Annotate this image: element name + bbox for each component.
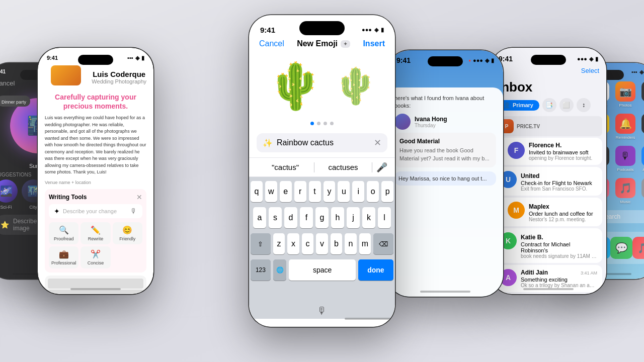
preview-aditi: Ok so a trilogy by Shanan an author, Lon… [521, 283, 597, 288]
key-shift[interactable]: ⇧ [251, 233, 271, 254]
search-clear-btn[interactable]: ✕ [374, 137, 381, 148]
key-h[interactable]: h [331, 207, 344, 228]
app-music[interactable]: 🎵 Music [615, 178, 635, 204]
body-text: Luis was everything we could have hoped … [45, 115, 146, 176]
rewrite-icon: ✏️ [91, 225, 101, 235]
key-v[interactable]: v [316, 233, 328, 254]
key-x[interactable]: x [287, 233, 299, 254]
key-s[interactable]: s [269, 207, 282, 228]
primary-filter-btn[interactable]: 👤 Primary [498, 100, 539, 111]
subject-maplex: Order lunch and coffee for [529, 211, 597, 217]
friendly-icon: 😊 [122, 225, 132, 235]
mail-item-united[interactable]: U United Check-in for Flight to Newark E… [495, 167, 602, 196]
autocomplete-plain[interactable]: cactuses [314, 161, 372, 173]
mail-item-price-tv[interactable]: P PRICE.TV [495, 116, 602, 136]
key-y[interactable]: y [324, 181, 336, 202]
key-u[interactable]: u [338, 181, 350, 202]
key-q[interactable]: q [251, 181, 263, 202]
tool-rewrite[interactable]: ✏️ Rewrite [80, 222, 110, 244]
key-b[interactable]: b [331, 233, 343, 254]
auto-divider-2 [372, 162, 372, 172]
key-n[interactable]: n [345, 233, 357, 254]
key-i[interactable]: i [352, 181, 364, 202]
key-k[interactable]: k [362, 207, 375, 228]
sparkle-icon: ✦ [54, 207, 60, 215]
key-e[interactable]: e [280, 181, 292, 202]
mail-item-florence[interactable]: F Florence H. Invited to brainwave soft … [495, 138, 602, 165]
cancel-emoji-btn[interactable]: Cancel [259, 39, 284, 48]
siri-sender-info: Ivana Hong Thursday [415, 116, 447, 128]
avatar-maplex: M [508, 202, 525, 219]
mail-content-aditi: Aditi Jain 3:41 AM Something exciting Ok… [521, 269, 597, 288]
tool-proofread[interactable]: 🔍 Proofread [49, 222, 78, 244]
app-camera[interactable]: 📸 Camera [641, 81, 644, 108]
key-done[interactable]: done [358, 259, 393, 281]
preview-united: Exit from San Francisco SFO. [521, 186, 597, 192]
filter-icon-2[interactable]: ⬜ [559, 98, 574, 112]
cancel-btn-left2[interactable]: Cancel [0, 79, 15, 87]
podcasts-icon: 🎙 [615, 146, 635, 166]
key-delete[interactable]: ⌫ [373, 233, 393, 254]
panel-close-btn[interactable]: ✕ [136, 193, 142, 201]
home-bg: 9:41 ● ●●● ◈ ▮ here's what I found from … [387, 50, 503, 297]
filter-icon-3[interactable]: ↕ [577, 98, 591, 112]
emoji-search-input[interactable]: Rainbow cactus [277, 138, 370, 147]
filter-icon-1[interactable]: 📑 [542, 98, 556, 112]
app-clock[interactable]: ⏰ Clock [641, 114, 644, 140]
tool-professional[interactable]: 💼 Professional [49, 246, 78, 268]
dynamic-island-center [299, 21, 345, 35]
key-m[interactable]: m [359, 233, 371, 254]
key-a[interactable]: a [253, 207, 266, 228]
key-r[interactable]: r [294, 181, 306, 202]
inbox-title: Inbox [491, 78, 606, 98]
dot-2 [317, 122, 320, 125]
autocomplete-mic-icon: 🎤 [376, 162, 387, 173]
autocomplete-quoted[interactable]: "cactus" [257, 161, 314, 173]
mail-item-maplex[interactable]: M Maplex Order lunch and coffee for Nest… [495, 198, 602, 226]
key-z[interactable]: z [273, 233, 285, 254]
insert-emoji-btn[interactable]: Insert [363, 39, 385, 48]
dock-music[interactable]: 🎵 [632, 237, 644, 259]
keyboard: q w e r t y u i o p a s [249, 177, 395, 301]
professional-icon: 💼 [59, 249, 69, 259]
key-c[interactable]: c [302, 233, 314, 254]
key-w[interactable]: w [265, 181, 277, 202]
key-j[interactable]: j [347, 207, 360, 228]
app-settings[interactable]: ⚙️ Settings [641, 178, 644, 204]
price-tv-label: PRICE.TV [517, 124, 540, 129]
key-g[interactable]: g [315, 207, 329, 228]
key-row-1: q w e r t y u i o p [251, 181, 393, 202]
mail-item-katie[interactable]: K Katie B. Contract for Michael Robinson… [495, 228, 602, 263]
center-nav: Cancel New Emoji ✦ Insert [249, 39, 395, 48]
dock-messages-icon: 💬 [610, 237, 632, 259]
app-podcasts[interactable]: 🎙 Podcasts [615, 146, 635, 172]
key-p[interactable]: p [381, 181, 393, 202]
dictation-mic-icon[interactable]: 🎙 [317, 305, 327, 317]
suggestion-scifi[interactable]: 🌌 Sci-Fi [0, 179, 18, 210]
suggestion-label-city: City [29, 205, 37, 210]
reminders-label: Reminders [616, 135, 635, 140]
home-indicator-mail [523, 288, 574, 290]
key-emoji[interactable]: 🌐 [273, 259, 287, 281]
app-appstore[interactable]: 🅰 App Store [641, 146, 644, 172]
key-d[interactable]: d [284, 207, 297, 228]
key-o[interactable]: o [367, 181, 379, 202]
app-photos[interactable]: 📷 Photos [615, 81, 635, 108]
settings-icon: ⚙️ [641, 178, 644, 198]
notch-mail [531, 55, 566, 65]
center-screen-bg: 9:41 ●●● ◈ ▮ Cancel New Emoji ✦ Insert [249, 15, 395, 327]
tool-friendly[interactable]: 😊 Friendly [113, 222, 142, 244]
phone-screen-mail: 9:41 ●●● ◈ ▮ ‹ Select Inbox 👤 Primary [491, 48, 606, 294]
app-reminders[interactable]: 🔔 Reminders [615, 114, 635, 140]
mail-select-btn[interactable]: Select [581, 67, 599, 74]
key-space[interactable]: space [289, 259, 356, 281]
emoji-search-container[interactable]: ✨ Rainbow cactus ✕ [257, 133, 387, 152]
dock-messages[interactable]: 💬 [610, 237, 632, 259]
key-t[interactable]: t [309, 181, 321, 202]
wt-input-row[interactable]: ✦ Describe your change 🎙 [49, 204, 142, 218]
key-f[interactable]: f [300, 207, 313, 228]
wifi-mail: ◈ [589, 56, 593, 62]
tool-concise[interactable]: ✂️ Concise [80, 246, 110, 268]
key-l[interactable]: l [378, 207, 391, 228]
key-123[interactable]: 123 [251, 259, 271, 281]
